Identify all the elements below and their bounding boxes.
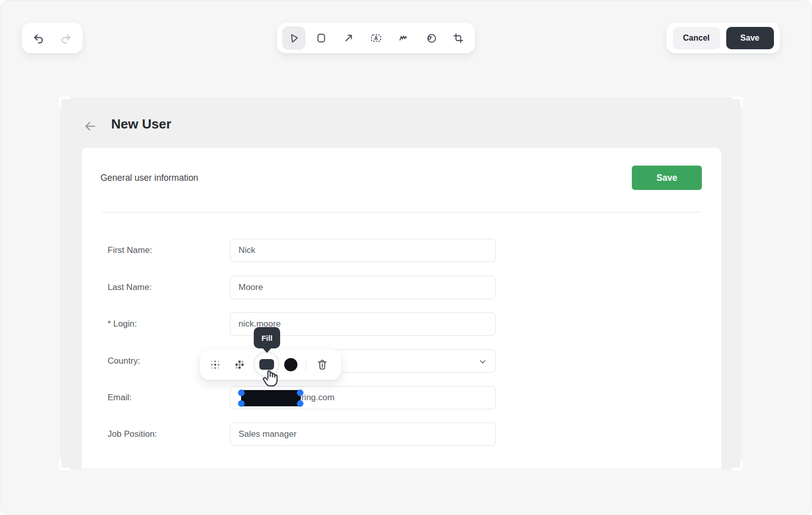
history-toolbar bbox=[22, 23, 83, 53]
toolbar-divider bbox=[306, 358, 306, 371]
tool-marker-button[interactable] bbox=[392, 26, 415, 50]
page-title: New User bbox=[111, 116, 172, 132]
pixelate-pattern-option[interactable] bbox=[231, 357, 248, 373]
form-row-last-name: Last Name: Moore bbox=[82, 276, 721, 299]
form-row-job-position: Job Position: Sales manager bbox=[82, 423, 721, 446]
first-name-value: Nick bbox=[239, 245, 255, 255]
dots-pattern-icon bbox=[209, 358, 222, 371]
rectangle-icon bbox=[315, 32, 327, 44]
selection-handle-bottom-right[interactable] bbox=[297, 400, 303, 407]
login-label: * Login: bbox=[108, 312, 137, 336]
blur-tool-icon bbox=[425, 32, 437, 45]
tool-crop-button[interactable] bbox=[447, 26, 470, 50]
arrow-icon bbox=[343, 32, 355, 44]
form-row-email: Email: spring.com bbox=[82, 386, 721, 409]
screenshot-canvas[interactable]: New User General user information Save F… bbox=[60, 98, 741, 469]
svg-text:A: A bbox=[374, 36, 378, 41]
dots-pattern-option[interactable] bbox=[207, 357, 223, 373]
solid-fill-swatch bbox=[259, 359, 274, 370]
fill-style-toolbar bbox=[200, 349, 341, 380]
text-tool-icon: A bbox=[369, 31, 383, 45]
form-row-first-name: First Name: Nick bbox=[82, 239, 721, 262]
job-position-field[interactable]: Sales manager bbox=[230, 423, 496, 446]
country-label: Country: bbox=[108, 349, 140, 373]
tool-text-button[interactable]: A bbox=[364, 26, 388, 50]
trash-icon bbox=[316, 358, 329, 371]
save-button[interactable]: Save bbox=[726, 27, 774, 49]
last-name-label: Last Name: bbox=[108, 276, 152, 299]
selection-handle-bottom-left[interactable] bbox=[238, 400, 245, 407]
crop-handle-bottom-left[interactable] bbox=[59, 459, 70, 470]
general-info-panel: General user information Save First Name… bbox=[82, 148, 721, 469]
crop-handle-top-right[interactable] bbox=[732, 96, 743, 108]
tool-select-button[interactable] bbox=[282, 26, 306, 50]
selection-handle-top-left[interactable] bbox=[238, 390, 245, 396]
job-position-value: Sales manager bbox=[239, 429, 296, 439]
email-field[interactable]: spring.com bbox=[230, 386, 496, 409]
cursor-icon bbox=[287, 31, 300, 45]
crop-handle-bottom-right[interactable] bbox=[732, 459, 743, 470]
section-header: General user information bbox=[100, 173, 198, 183]
undo-button[interactable] bbox=[30, 29, 47, 47]
tool-blur-button[interactable] bbox=[419, 26, 443, 50]
back-arrow-icon bbox=[83, 119, 97, 133]
tool-arrow-button[interactable] bbox=[337, 26, 360, 50]
email-label: Email: bbox=[108, 386, 131, 409]
first-name-label: First Name: bbox=[108, 239, 152, 262]
redaction-rectangle[interactable] bbox=[241, 390, 300, 406]
form-row-login: * Login: nick.moore bbox=[82, 312, 721, 336]
drawing-tools-toolbar: A bbox=[277, 23, 475, 53]
editor-actions: Cancel Save bbox=[666, 23, 780, 53]
last-name-field[interactable]: Moore bbox=[230, 276, 496, 299]
fill-tooltip-label: Fill bbox=[261, 334, 273, 342]
cancel-button[interactable]: Cancel bbox=[673, 27, 720, 49]
solid-fill-option[interactable] bbox=[254, 351, 279, 377]
form-row-country: Country: bbox=[82, 349, 721, 373]
undo-icon bbox=[32, 31, 45, 45]
redo-button[interactable] bbox=[57, 29, 75, 47]
delete-annotation-button[interactable] bbox=[314, 357, 331, 373]
selection-handle-top-right[interactable] bbox=[297, 390, 303, 396]
marker-icon bbox=[397, 32, 410, 44]
divider bbox=[102, 212, 701, 213]
black-color-option[interactable] bbox=[284, 358, 297, 371]
fill-tooltip: Fill bbox=[254, 327, 280, 348]
chevron-down-icon bbox=[478, 357, 487, 366]
job-position-label: Job Position: bbox=[108, 423, 157, 446]
back-button[interactable] bbox=[83, 119, 97, 133]
screenshot-editor-app: A Cancel Save bbox=[0, 0, 812, 515]
redo-icon bbox=[59, 31, 73, 45]
crop-icon bbox=[452, 32, 464, 44]
last-name-value: Moore bbox=[239, 282, 263, 293]
crop-handle-top-left[interactable] bbox=[59, 96, 70, 108]
first-name-field[interactable]: Nick bbox=[230, 239, 496, 262]
tool-rectangle-button[interactable] bbox=[310, 26, 333, 50]
form-save-button[interactable]: Save bbox=[632, 166, 702, 190]
pixelate-pattern-icon bbox=[233, 359, 246, 371]
